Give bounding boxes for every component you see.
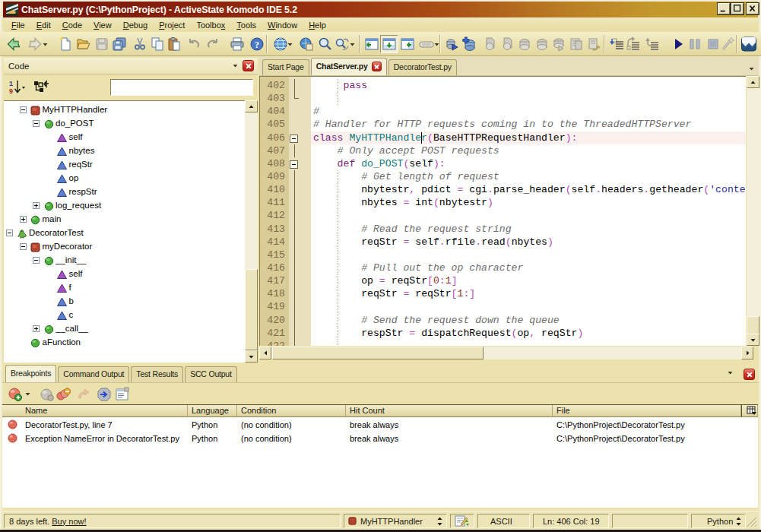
tree-item-main[interactable]: main [4,213,246,226]
tree-item-logrequest[interactable]: log_request [4,199,246,213]
fold-minus-icon[interactable] [290,160,298,169]
debug-stop-button[interactable] [480,35,499,53]
back-button[interactable] [5,35,23,53]
breakpoint-row[interactable]: DecoratorTest.py, line 7 Python (no cond… [2,418,758,432]
toggle-bottom-pane-button[interactable] [380,35,398,53]
cut-button[interactable] [131,35,149,53]
tree-item-MyHTTPHandler[interactable]: MyHTTPHandler [4,103,246,117]
scroll-up-icon[interactable] [245,100,258,112]
debug-run-to-cursor-button[interactable] [585,35,603,53]
status-encoding[interactable]: ASCII [477,514,530,528]
save-button[interactable] [93,35,111,53]
menu-view[interactable]: View [90,19,116,31]
tree-item-myDecorator[interactable]: myDecorator [4,240,246,254]
tree-item-init[interactable]: __init__ [4,254,246,268]
menu-edit[interactable]: Edit [33,19,55,31]
tree-filter-input[interactable] [110,79,253,96]
help-button[interactable]: ? [248,35,266,53]
tree-item-doPOST[interactable]: do_POST [4,117,246,131]
expander-plus-icon[interactable] [20,216,27,223]
menu-code[interactable]: Code [59,19,86,31]
expander-minus-icon[interactable] [6,230,13,236]
macro-record-button[interactable] [719,35,737,53]
editor-vscrollbar[interactable] [747,76,759,346]
tree-item-call[interactable]: __call__ [4,322,246,336]
code-editor[interactable]: 402 pass403404#405# Handler for HTTP req… [259,76,746,346]
tree-item-self[interactable]: self [4,131,246,144]
delete-breakpoint-button[interactable] [40,386,56,403]
tree-item-op[interactable]: op [4,172,246,185]
menu-toolbox[interactable]: Toolbox [192,19,229,31]
editor-hscrollbar[interactable] [259,347,753,359]
expander-plus-icon[interactable] [33,202,40,209]
col-hit-count[interactable]: Hit Count [346,405,553,417]
bottom-panel-close-button[interactable] [744,369,755,380]
delete-all-breakpoints-button[interactable] [56,386,73,403]
sort-order-button[interactable]: 1 9 [8,79,27,96]
col-file[interactable]: File [553,405,741,417]
expander-minus-icon[interactable] [20,243,27,250]
toggle-left-pane-button[interactable] [363,35,381,53]
add-breakpoint-dropdown-icon[interactable] [25,392,30,396]
debug-new-session-button[interactable] [460,35,478,53]
paste-button[interactable] [165,35,183,53]
editor-tab-start-page[interactable]: Start Page [262,59,309,75]
komodo-logo-button[interactable] [740,35,758,53]
tree-item-DecoratorTest[interactable]: DecoratorTest [4,226,246,240]
browser-dropdown-icon[interactable] [287,35,293,53]
scrollbar-thumb[interactable] [245,269,258,350]
panel-close-button[interactable] [243,60,254,71]
bottom-tab-scc-output[interactable]: SCC Output [185,366,237,382]
expander-plus-icon[interactable] [33,325,40,332]
menu-tools[interactable]: Tools [233,19,260,31]
tree-scrollbar[interactable] [245,100,258,363]
tree-item-reqStr[interactable]: reqStr [4,158,246,172]
copy-button[interactable] [148,35,166,53]
toggle-breakpoint-state-button[interactable] [75,386,92,403]
debug-break-all-button[interactable] [533,35,551,53]
menu-project[interactable]: Project [155,19,189,31]
go-to-source-button[interactable] [97,386,113,403]
toggle-right-pane-button[interactable] [398,35,417,53]
scroll-down-icon[interactable] [245,350,258,363]
menu-window[interactable]: Window [264,19,301,31]
forward-dropdown-icon[interactable] [42,35,49,53]
scrollbar-thumb[interactable] [747,316,759,335]
debug-break-button[interactable] [515,35,534,53]
title-bar[interactable]: ChatServer.py (C:\PythonProject) - Activ… [3,2,758,17]
debug-detach-button[interactable] [498,35,516,53]
tree-item-c[interactable]: c [4,309,246,322]
menu-file[interactable]: File [8,19,29,31]
scroll-down-icon[interactable] [747,334,759,346]
status-language[interactable]: Python [691,514,746,528]
editor-tab-chatserver-py[interactable]: ChatServer.py [311,58,387,75]
col-condition[interactable]: Condition [237,405,346,417]
expander-minus-icon[interactable] [33,120,40,127]
open-file-button[interactable] [75,35,93,53]
filter-scope-button[interactable] [33,79,51,96]
tree-item-aFunction[interactable]: aFunction [4,336,246,350]
breakpoint-properties-button[interactable] [115,386,132,403]
breakpoint-row[interactable]: Exception NameError in DecoratorTest.py … [2,432,758,445]
close-button[interactable] [747,3,759,14]
buy-now-link[interactable]: Buy now! [52,517,86,526]
expander-minus-icon[interactable] [20,106,27,113]
find-button[interactable] [316,35,335,53]
status-syntax-check[interactable] [450,514,474,528]
tab-close-icon[interactable] [372,62,382,71]
scrollbar-thumb[interactable] [272,347,484,359]
run-button[interactable] [669,35,687,53]
col-icon[interactable] [2,405,24,417]
print-button[interactable] [228,35,246,53]
new-file-button[interactable] [56,35,75,53]
col-language[interactable]: Language [188,405,237,417]
debug-go-button[interactable] [443,35,461,53]
menu-help[interactable]: Help [305,19,330,31]
tree-item-f[interactable]: f [4,281,246,295]
minimize-button[interactable] [718,3,730,14]
tree-item-b[interactable]: b [4,295,246,309]
step-out-button[interactable] [643,35,661,53]
col-name[interactable]: Name [21,405,188,417]
debug-show-position-button[interactable] [550,35,568,53]
redo-button[interactable] [204,35,222,53]
